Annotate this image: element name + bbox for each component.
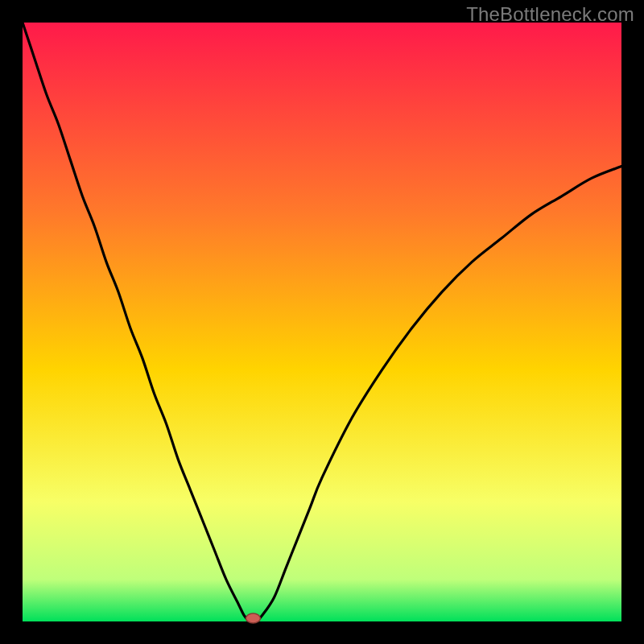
- bottleneck-chart: [0, 0, 644, 644]
- chart-container: TheBottleneck.com: [0, 0, 644, 644]
- watermark-text: TheBottleneck.com: [466, 3, 634, 26]
- plot-background: [23, 23, 621, 621]
- optimal-point-marker: [246, 613, 260, 623]
